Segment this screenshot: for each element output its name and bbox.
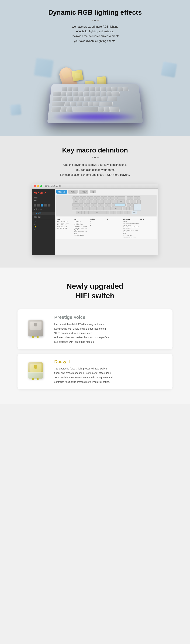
sw-key-caps[interactable]: Caps xyxy=(72,203,80,206)
sw-key[interactable] xyxy=(104,207,107,210)
sw-key[interactable] xyxy=(108,203,111,206)
key-item: U V W X Y Z G I 2 3 xyxy=(57,224,73,226)
sw-key[interactable] xyxy=(101,196,104,200)
sw-key[interactable] xyxy=(107,200,110,203)
sw-key[interactable] xyxy=(94,203,97,206)
sw-key[interactable] xyxy=(106,211,109,214)
sw-key-arr[interactable]: ↑ xyxy=(120,211,123,214)
sw-key[interactable] xyxy=(96,200,99,203)
rgb-glow xyxy=(53,112,137,121)
sw-key[interactable] xyxy=(83,196,86,200)
sw-key-enter[interactable]: Enter xyxy=(117,200,125,203)
sw-key[interactable] xyxy=(87,207,90,210)
sw-key[interactable] xyxy=(108,207,111,210)
sw-key[interactable] xyxy=(80,196,83,200)
sw-key-enter2[interactable]: ↵ xyxy=(115,203,126,206)
sw-key[interactable] xyxy=(84,203,87,206)
sw-key[interactable] xyxy=(126,207,130,210)
sidebar-profile-item[interactable]: ▶ 配置1 xyxy=(32,212,55,215)
sw-key-tab[interactable]: Tab xyxy=(73,200,78,203)
sidebar-icon-label-3: 💡 xyxy=(32,226,55,228)
window-body: VARMILO 设置 键盘 配置文件 ▼ ▶ 配置1 按键设置 🎵 ⚙ xyxy=(32,189,158,255)
max-btn[interactable] xyxy=(40,185,42,187)
sw-key[interactable] xyxy=(110,211,113,214)
sw-key[interactable] xyxy=(81,211,85,214)
sw-key-arr[interactable]: ← xyxy=(117,211,120,214)
tab-top[interactable]: Top xyxy=(90,190,96,194)
tab-fn2-b[interactable]: FN层② xyxy=(79,190,88,194)
sw-key-space[interactable]: Space xyxy=(88,211,106,214)
sw-key-arr[interactable]: ↓ xyxy=(124,211,127,214)
window-sidebar: VARMILO 设置 键盘 配置文件 ▼ ▶ 配置1 按键设置 🎵 ⚙ xyxy=(32,189,55,255)
sw-key[interactable] xyxy=(133,200,136,203)
sw-key[interactable] xyxy=(93,200,96,203)
sw-key[interactable] xyxy=(82,200,85,203)
sw-key[interactable] xyxy=(94,207,97,210)
macro-dot-1 xyxy=(92,157,93,158)
sw-key[interactable] xyxy=(114,200,117,203)
close-btn[interactable] xyxy=(34,185,36,187)
sw-key[interactable] xyxy=(87,203,90,206)
sw-key[interactable] xyxy=(112,203,115,206)
sw-key-shift-l[interactable]: Shift xyxy=(72,207,83,210)
sw-key-arr[interactable]: → xyxy=(127,211,130,214)
sw-key[interactable] xyxy=(91,203,94,206)
sw-key[interactable] xyxy=(76,196,79,200)
sw-key[interactable] xyxy=(79,200,82,203)
sw-key[interactable] xyxy=(111,196,114,200)
key-item: Num6/ Num7/ Num8/ Num9/ Num0+ Num- xyxy=(123,226,139,230)
sw-key[interactable] xyxy=(97,207,100,210)
min-btn[interactable] xyxy=(37,185,39,187)
key xyxy=(79,96,85,101)
sw-key[interactable] xyxy=(98,203,101,206)
sw-key[interactable] xyxy=(90,207,93,210)
sw-key[interactable] xyxy=(108,196,111,200)
sw-key[interactable] xyxy=(80,203,83,206)
keycap-rows xyxy=(51,86,139,112)
sw-key[interactable] xyxy=(123,207,126,210)
sw-key[interactable] xyxy=(126,200,129,203)
sw-key[interactable] xyxy=(100,200,103,203)
prestige-desc: Linear switch with full POM housing mate… xyxy=(54,322,166,344)
sw-key[interactable] xyxy=(130,196,133,200)
sw-key[interactable] xyxy=(85,211,88,214)
sw-key[interactable] xyxy=(87,196,90,200)
key-item: RCtrl RShift RAlt RWin xyxy=(123,236,139,238)
sw-key[interactable] xyxy=(105,203,108,206)
sw-key[interactable] xyxy=(89,200,92,203)
sw-key-bksp[interactable]: Bksp xyxy=(118,196,125,200)
sw-key[interactable] xyxy=(130,203,134,206)
sw-key[interactable] xyxy=(101,207,104,210)
sw-key[interactable] xyxy=(83,207,86,210)
sw-key-ctrl-l[interactable]: Ctrl xyxy=(76,211,81,214)
sw-key[interactable] xyxy=(104,196,107,200)
sw-key[interactable] xyxy=(113,211,116,214)
sw-key[interactable] xyxy=(86,200,89,203)
tab-fn2-a[interactable]: FN层② xyxy=(68,190,78,194)
sw-key[interactable] xyxy=(101,203,104,206)
sw-key[interactable] xyxy=(90,196,93,200)
sw-key[interactable] xyxy=(127,196,130,200)
sw-key[interactable] xyxy=(137,196,140,200)
col-media: 多 xyxy=(107,218,123,238)
sw-key[interactable] xyxy=(130,200,133,203)
sw-key[interactable] xyxy=(103,200,106,203)
sw-key[interactable]: Esc xyxy=(73,196,76,200)
bg-keycap-1 xyxy=(161,61,177,78)
floating-keycap-1 xyxy=(71,70,83,81)
tab-keyboard-light[interactable]: 键盘灯光 xyxy=(56,190,67,194)
sw-key[interactable] xyxy=(134,196,137,200)
sw-key[interactable] xyxy=(97,196,100,200)
sw-key-numpad[interactable]: 0 xyxy=(133,204,141,211)
sw-key[interactable] xyxy=(127,203,130,206)
key-shift-l xyxy=(52,102,65,106)
sw-key-shift-r[interactable]: Shift xyxy=(111,207,121,210)
bottom-panel: Chars A B C D E F G H I J K L M N O P Q … xyxy=(56,217,156,239)
key-item: Repeat xyxy=(123,221,139,222)
sw-key[interactable] xyxy=(110,200,113,203)
sw-key[interactable] xyxy=(114,196,118,200)
sw-key-enter3[interactable]: Enter xyxy=(132,211,137,214)
sw-key[interactable] xyxy=(130,207,133,210)
window-title: ⊟ Varmilo SwordIII xyxy=(45,185,61,187)
sw-key[interactable] xyxy=(94,196,97,200)
